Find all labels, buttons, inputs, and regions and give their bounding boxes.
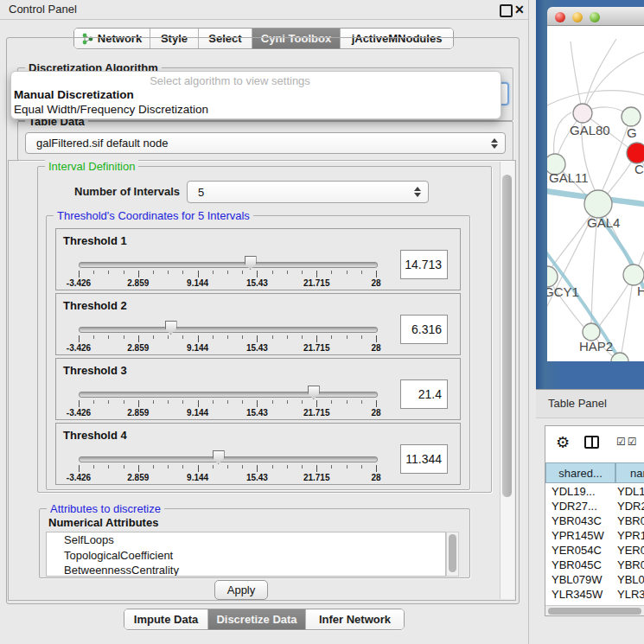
split-divider[interactable] — [528, 0, 529, 644]
columns-icon[interactable] — [584, 436, 599, 449]
table-row[interactable]: YDR27...YDR27... — [545, 500, 644, 514]
group-title: Threshold's Coordinates for 5 Intervals — [54, 209, 253, 222]
cell-name[interactable]: YBR045C — [615, 558, 644, 573]
table-row[interactable]: YBR043CYBR043C — [545, 514, 644, 529]
attributes-scrollbar[interactable] — [446, 532, 459, 577]
close-icon[interactable]: ✕ — [514, 2, 525, 17]
gear-icon[interactable]: ⚙ — [556, 433, 570, 452]
dropdown-option-manual[interactable]: Manual Discretization — [14, 88, 134, 101]
scrollbar-thumb[interactable] — [449, 534, 456, 572]
column-header-name[interactable]: name — [615, 462, 644, 483]
cell-name[interactable]: YBL079W — [615, 573, 644, 588]
slider-major-tick — [316, 465, 317, 472]
cell-shared-name[interactable]: YBR045C — [545, 558, 615, 573]
scrollbar-thumb[interactable] — [548, 608, 641, 615]
threshold-1-box: Threshold 1-3.4262.8599.14415.4321.71528… — [55, 228, 461, 290]
slider-track[interactable] — [79, 327, 378, 333]
table-row[interactable]: YLR345WYLR345W — [545, 588, 644, 603]
network-canvas[interactable]: GAL80GCGAL11GAL4GCY1HHAP2 — [547, 26, 644, 361]
cell-shared-name[interactable]: YBR043C — [545, 514, 615, 529]
minimize-traffic-light-icon[interactable] — [572, 12, 583, 22]
dropdown-option-equal-width[interactable]: Equal Width/Frequency Discretization — [14, 103, 208, 116]
network-window-titlebar[interactable] — [547, 7, 644, 26]
cell-shared-name[interactable]: YDL19... — [545, 485, 615, 500]
attribute-list-item[interactable]: SelfLoops — [47, 532, 445, 548]
slider-track[interactable] — [79, 456, 378, 462]
network-node-h[interactable] — [623, 265, 644, 285]
table-data-combobox[interactable]: galFiltered.sif default node — [25, 132, 506, 154]
table-panel-titlebar: Table Panel — [536, 389, 644, 418]
slider-major-tick — [198, 271, 199, 277]
cell-shared-name[interactable]: YDR27... — [545, 500, 615, 514]
slider-track[interactable] — [79, 392, 378, 398]
threshold-value-field[interactable]: 14.713 — [400, 250, 448, 279]
vertical-scrollbar[interactable] — [500, 162, 514, 599]
float-window-icon[interactable] — [500, 4, 513, 17]
threshold-value-field[interactable]: 6.316 — [400, 315, 448, 344]
thresholds-group: Threshold's Coordinates for 5 Intervals … — [46, 215, 470, 490]
attributes-group: Attributes to discretize Numerical Attri… — [39, 508, 470, 578]
group-title: Interval Definition — [45, 160, 138, 173]
tab-label: Discretize Data — [216, 613, 296, 626]
network-node[interactable] — [611, 353, 628, 361]
cell-name[interactable]: YDR27... — [615, 500, 644, 514]
column-header-shared-name[interactable]: shared... — [545, 462, 615, 483]
slider-tick-label: 21.715 — [303, 343, 330, 353]
tab-impute-data[interactable]: Impute Data — [124, 609, 208, 629]
network-node-g[interactable] — [622, 107, 641, 126]
slider-tick-label: 15.43 — [246, 473, 268, 482]
slider-track[interactable] — [79, 262, 378, 268]
cell-shared-name[interactable]: YLR345W — [545, 588, 615, 603]
interval-definition-group: Interval Definition Number of Intervals … — [37, 166, 492, 493]
network-node-c[interactable] — [627, 143, 644, 163]
dropdown-hint: Select algorithm to view settings — [11, 74, 449, 87]
network-edge — [547, 91, 644, 108]
table-row[interactable]: YPR145WYPR145W — [545, 529, 644, 544]
cyni-mode-tabs: Impute DataDiscretize DataInfer Network — [124, 609, 405, 630]
slider-tick-label: 21.715 — [303, 278, 330, 288]
slider-major-tick — [198, 335, 199, 342]
network-node-gal4[interactable] — [584, 190, 612, 218]
tab-discretize-data[interactable]: Discretize Data — [208, 609, 306, 629]
scrollbar-thumb[interactable] — [502, 175, 512, 497]
cell-shared-name[interactable]: YPR145W — [545, 529, 615, 544]
cell-shared-name[interactable]: YER054C — [545, 544, 615, 558]
threshold-label: Threshold 3 — [63, 364, 127, 377]
close-traffic-light-icon[interactable] — [555, 12, 565, 22]
threshold-value-field[interactable]: 21.4 — [400, 379, 448, 409]
slider-tick-label: -3.426 — [67, 278, 91, 288]
network-node-hap2[interactable] — [583, 323, 600, 341]
table-row[interactable]: YDL19...YDL19... — [545, 485, 644, 500]
cell-name[interactable]: YER054C — [615, 544, 644, 558]
zoom-traffic-light-icon[interactable] — [590, 12, 600, 22]
threshold-label: Threshold 1 — [63, 234, 127, 247]
attribute-list-item[interactable]: TopologicalCoefficient — [47, 548, 445, 564]
cell-name[interactable]: YBR043C — [615, 514, 644, 529]
cell-name[interactable]: YDL19... — [615, 485, 644, 500]
slider-major-tick — [376, 465, 377, 472]
table-row[interactable]: YBR045CYBR045C — [545, 558, 644, 573]
cell-name[interactable]: YPR145W — [615, 529, 644, 544]
network-edge — [622, 275, 634, 353]
threshold-value-field[interactable]: 11.344 — [400, 444, 448, 474]
attribute-list-item[interactable]: BetweennessCentrality — [47, 563, 445, 577]
slider-tick-label: 15.43 — [246, 278, 268, 288]
table-horizontal-scrollbar[interactable] — [545, 605, 644, 616]
slider-tick-label: 9.144 — [187, 278, 208, 288]
slider-tick-label: 9.144 — [187, 408, 208, 418]
table-row[interactable]: YER054CYER054C — [545, 544, 644, 558]
network-node-gal80[interactable] — [573, 104, 592, 123]
number-of-intervals-combobox[interactable]: 5 — [187, 181, 429, 203]
slider-major-tick — [138, 335, 139, 342]
select-columns-icons[interactable]: ☑☑ — [616, 436, 639, 448]
cell-name[interactable]: YLR345W — [615, 588, 644, 603]
table-row[interactable]: YBL079WYBL079W — [545, 573, 644, 588]
numerical-attributes-list[interactable]: SelfLoopsTopologicalCoefficientBetweenne… — [46, 532, 446, 577]
apply-button[interactable]: Apply — [214, 580, 268, 600]
number-of-intervals-label: Number of Intervals — [74, 185, 180, 198]
threshold-3-box: Threshold 3-3.4262.8599.14415.4321.71528… — [55, 358, 461, 420]
tab-infer-network[interactable]: Infer Network — [306, 609, 404, 629]
combo-value: galFiltered.sif default node — [36, 133, 168, 153]
slider-tick-label: 2.859 — [127, 343, 149, 353]
cell-shared-name[interactable]: YBL079W — [545, 573, 615, 588]
